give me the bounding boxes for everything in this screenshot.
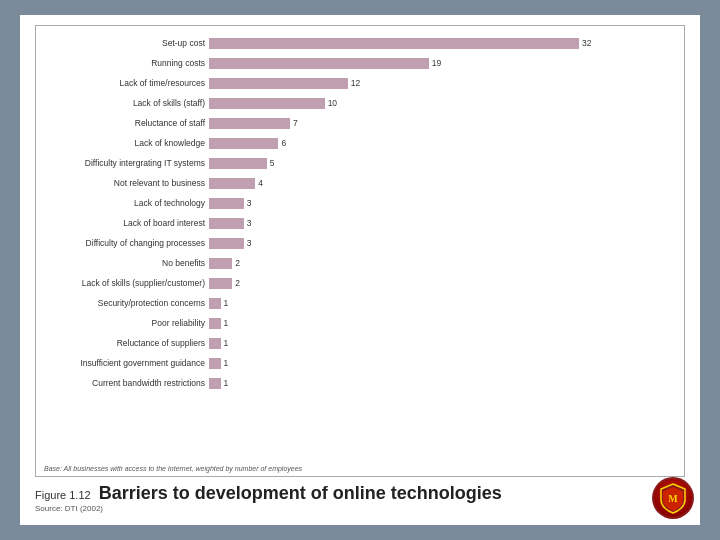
bar-label: Lack of time/resources (44, 78, 209, 88)
bar-container: 3 (209, 214, 676, 232)
bar-label: Lack of skills (staff) (44, 98, 209, 108)
bar-fill (209, 198, 244, 209)
bar-value-label: 2 (235, 258, 240, 268)
bar-row: Lack of skills (supplier/customer)2 (44, 274, 676, 292)
bar-value-label: 5 (270, 158, 275, 168)
bar-chart: Set-up cost32Running costs19Lack of time… (44, 34, 676, 458)
bar-label: Lack of knowledge (44, 138, 209, 148)
bar-value-label: 12 (351, 78, 360, 88)
bar-label: Lack of board interest (44, 218, 209, 228)
bar-row: Reluctance of staff7 (44, 114, 676, 132)
bar-fill (209, 258, 232, 269)
bar-row: Difficulty of changing processes3 (44, 234, 676, 252)
bar-value-label: 1 (224, 358, 229, 368)
logo-inner: M (654, 479, 692, 517)
figure-label: Figure 1.12 (35, 489, 91, 501)
bar-row: Running costs19 (44, 54, 676, 72)
bar-label: Difficulty of changing processes (44, 238, 209, 248)
bar-value-label: 1 (224, 338, 229, 348)
bar-label: Current bandwidth restrictions (44, 378, 209, 388)
footer-text: Figure 1.12 Barriers to development of o… (35, 483, 685, 513)
bar-value-label: 7 (293, 118, 298, 128)
chart-note: Base: All businesses with access to the … (44, 465, 302, 472)
bar-value-label: 3 (247, 218, 252, 228)
bar-value-label: 1 (224, 298, 229, 308)
bar-fill (209, 138, 278, 149)
bar-fill (209, 218, 244, 229)
bar-value-label: 1 (224, 378, 229, 388)
bar-container: 19 (209, 54, 676, 72)
bar-row: Current bandwidth restrictions1 (44, 374, 676, 392)
bar-label: Insufficient government guidance (44, 358, 209, 368)
bar-row: No benefits2 (44, 254, 676, 272)
bar-value-label: 32 (582, 38, 591, 48)
bar-container: 1 (209, 374, 676, 392)
bar-fill (209, 178, 255, 189)
bar-value-label: 19 (432, 58, 441, 68)
bar-fill (209, 158, 267, 169)
bar-label: No benefits (44, 258, 209, 268)
bar-container: 3 (209, 194, 676, 212)
bar-fill (209, 358, 221, 369)
bar-fill (209, 98, 325, 109)
logo: M (652, 477, 694, 519)
bar-container: 1 (209, 334, 676, 352)
bar-label: Security/protection concerns (44, 298, 209, 308)
bar-container: 4 (209, 174, 676, 192)
footer: Figure 1.12 Barriers to development of o… (35, 477, 685, 515)
bar-label: Reluctance of staff (44, 118, 209, 128)
bar-container: 1 (209, 354, 676, 372)
bar-fill (209, 58, 429, 69)
bar-fill (209, 298, 221, 309)
bar-container: 32 (209, 34, 676, 52)
bar-container: 10 (209, 94, 676, 112)
logo-shield-icon: M (657, 482, 689, 514)
bar-container: 7 (209, 114, 676, 132)
bar-fill (209, 38, 579, 49)
bar-fill (209, 78, 348, 89)
bar-row: Reluctance of suppliers1 (44, 334, 676, 352)
slide: Set-up cost32Running costs19Lack of time… (20, 15, 700, 525)
bar-value-label: 2 (235, 278, 240, 288)
bar-label: Lack of skills (supplier/customer) (44, 278, 209, 288)
bar-label: Difficulty intergrating IT systems (44, 158, 209, 168)
chart-area: Set-up cost32Running costs19Lack of time… (35, 25, 685, 477)
svg-text:M: M (668, 493, 678, 504)
bar-row: Lack of skills (staff)10 (44, 94, 676, 112)
bar-container: 1 (209, 314, 676, 332)
bar-value-label: 6 (281, 138, 286, 148)
figure-source: Source: DTI (2002) (35, 504, 685, 513)
bar-label: Not relevant to business (44, 178, 209, 188)
bar-value-label: 3 (247, 238, 252, 248)
bar-fill (209, 278, 232, 289)
figure-title: Barriers to development of online techno… (99, 483, 502, 504)
bar-label: Set-up cost (44, 38, 209, 48)
bar-fill (209, 238, 244, 249)
bar-fill (209, 318, 221, 329)
bar-row: Difficulty intergrating IT systems5 (44, 154, 676, 172)
bar-row: Poor reliability1 (44, 314, 676, 332)
bar-container: 12 (209, 74, 676, 92)
bar-fill (209, 378, 221, 389)
bar-label: Lack of technology (44, 198, 209, 208)
bar-row: Security/protection concerns1 (44, 294, 676, 312)
bar-row: Lack of technology3 (44, 194, 676, 212)
bar-label: Reluctance of suppliers (44, 338, 209, 348)
bar-container: 6 (209, 134, 676, 152)
bar-row: Lack of time/resources12 (44, 74, 676, 92)
bar-container: 5 (209, 154, 676, 172)
bar-row: Set-up cost32 (44, 34, 676, 52)
bar-row: Insufficient government guidance1 (44, 354, 676, 372)
bar-label: Running costs (44, 58, 209, 68)
bar-row: Lack of board interest3 (44, 214, 676, 232)
bar-container: 2 (209, 274, 676, 292)
bar-fill (209, 118, 290, 129)
bar-container: 1 (209, 294, 676, 312)
bar-row: Lack of knowledge6 (44, 134, 676, 152)
bar-row: Not relevant to business4 (44, 174, 676, 192)
bar-fill (209, 338, 221, 349)
bar-label: Poor reliability (44, 318, 209, 328)
bar-value-label: 3 (247, 198, 252, 208)
bar-container: 2 (209, 254, 676, 272)
bar-value-label: 1 (224, 318, 229, 328)
